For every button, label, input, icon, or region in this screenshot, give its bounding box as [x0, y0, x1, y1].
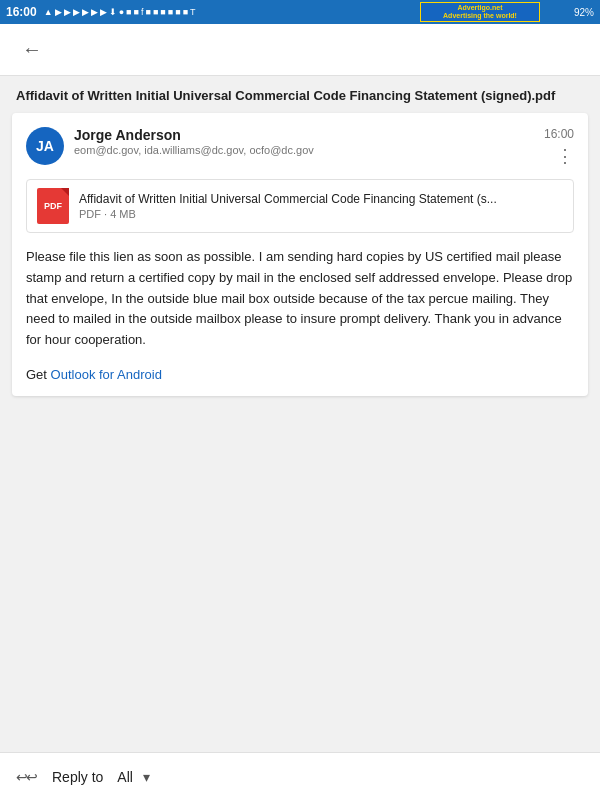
play-icon-5: ▶ [100, 7, 107, 17]
app-icon-3: ■ [145, 7, 150, 17]
play-icon-3: ▶ [82, 7, 89, 17]
notify-icon: ● [119, 7, 124, 17]
sender-recipients: eom@dc.gov, ida.williams@dc.gov, ocfo@dc… [74, 144, 544, 156]
app-bar: ← [0, 24, 600, 76]
reply-all-label[interactable]: All [117, 769, 133, 785]
attachment-size: PDF · 4 MB [79, 208, 563, 220]
status-icons: ▲ ▶ ▶ ▶ ▶ ▶ ▶ ⬇ ● ■ ■ f ■ ■ ■ ■ ■ ■ T [44, 7, 196, 17]
app-icon-5: ■ [160, 7, 165, 17]
email-header: JA Jorge Anderson eom@dc.gov, ida.willia… [26, 127, 574, 167]
reply-icons[interactable]: ↩ ↩ [16, 769, 38, 785]
sender-name: Jorge Anderson [74, 127, 544, 143]
attachment-info: Affidavit of Written Initial Universal C… [79, 192, 563, 220]
back-button[interactable]: ← [16, 34, 48, 66]
email-time: 16:00 [544, 127, 574, 141]
attachment-name: Affidavit of Written Initial Universal C… [79, 192, 563, 206]
main-content: Affidavit of Written Initial Universal C… [0, 76, 600, 752]
email-footer: Get Outlook for Android [26, 367, 574, 382]
pdf-icon: PDF [37, 188, 69, 224]
facebook-icon: f [141, 7, 144, 17]
app-icon-2: ■ [134, 7, 139, 17]
app-icon-6: ■ [168, 7, 173, 17]
get-app-text: Get [26, 367, 51, 382]
bottom-bar: ↩ ↩ Reply to All ▾ [0, 752, 600, 800]
app-icon-7: ■ [175, 7, 180, 17]
more-options-icon[interactable]: ⋮ [556, 145, 574, 167]
wifi-icon: ▶ [55, 7, 62, 17]
email-body: Please file this lien as soon as possibl… [26, 247, 574, 351]
back-arrow-icon: ← [22, 38, 42, 61]
sender-avatar: JA [26, 127, 64, 165]
email-attachment[interactable]: PDF Affidavit of Written Initial Univers… [26, 179, 574, 233]
email-card: JA Jorge Anderson eom@dc.gov, ida.willia… [12, 113, 588, 396]
ad-banner-text: Advertigo.net Advertising the world! [443, 4, 517, 19]
play-icon-1: ▶ [64, 7, 71, 17]
reply-all-arrow-icon: ↩ [26, 769, 38, 785]
status-bar-right: 92% [574, 7, 594, 18]
email-meta: 16:00 ⋮ [544, 127, 574, 167]
ad-banner: Advertigo.net Advertising the world! [420, 2, 540, 22]
sender-info: Jorge Anderson eom@dc.gov, ida.williams@… [74, 127, 544, 156]
app-icon-8: ■ [183, 7, 188, 17]
play-icon-4: ▶ [91, 7, 98, 17]
status-time: 16:00 [6, 5, 37, 19]
twitter-icon: T [190, 7, 196, 17]
download-icon: ⬇ [109, 7, 117, 17]
signal-icon: ▲ [44, 7, 53, 17]
status-bar-left: 16:00 ▲ ▶ ▶ ▶ ▶ ▶ ▶ ⬇ ● ■ ■ f ■ ■ ■ ■ ■ … [6, 5, 196, 19]
outlook-link[interactable]: Outlook for Android [51, 367, 162, 382]
play-icon-2: ▶ [73, 7, 80, 17]
reply-chevron-icon[interactable]: ▾ [143, 769, 150, 785]
status-bar: 16:00 ▲ ▶ ▶ ▶ ▶ ▶ ▶ ⬇ ● ■ ■ f ■ ■ ■ ■ ■ … [0, 0, 600, 24]
battery-level: 92% [574, 7, 594, 18]
app-icon-1: ■ [126, 7, 131, 17]
email-subject: Affidavit of Written Initial Universal C… [12, 88, 588, 103]
reply-label[interactable]: Reply to [52, 769, 103, 785]
app-icon-4: ■ [153, 7, 158, 17]
